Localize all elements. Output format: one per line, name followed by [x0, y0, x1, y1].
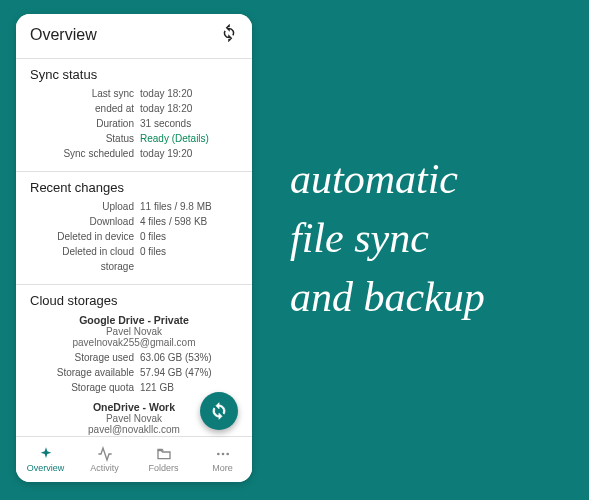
svg-point-0: [217, 453, 220, 456]
label: Sync scheduled: [30, 146, 140, 161]
value: 0 files: [140, 229, 238, 244]
value: 0 files: [140, 244, 238, 274]
marketing-line: file sync: [290, 209, 485, 268]
value: 63.06 GB (53%): [140, 350, 238, 365]
storage-name: Google Drive - Private: [30, 314, 238, 326]
label: Storage available: [30, 365, 140, 380]
row-deleted-device: Deleted in device 0 files: [30, 229, 238, 244]
storage-block[interactable]: Google Drive - Private Pavel Novak pavel…: [30, 314, 238, 395]
nav-label: More: [212, 463, 233, 473]
activity-icon: [97, 446, 113, 462]
row-ended-at: ended at today 18:20: [30, 101, 238, 116]
sparkle-icon: [38, 446, 54, 462]
nav-label: Folders: [148, 463, 178, 473]
row-duration: Duration 31 seconds: [30, 116, 238, 131]
storage-user: Pavel Novak: [30, 326, 238, 337]
value: today 18:20: [140, 101, 238, 116]
row-deleted-cloud: Deleted in cloud storage 0 files: [30, 244, 238, 274]
folders-icon: [156, 446, 172, 462]
svg-point-1: [221, 453, 224, 456]
row-download: Download 4 files / 598 KB: [30, 214, 238, 229]
sync-status-heading: Sync status: [30, 67, 238, 82]
nav-more[interactable]: More: [193, 437, 252, 482]
label: Duration: [30, 116, 140, 131]
row-status: Status Ready (Details): [30, 131, 238, 146]
nav-label: Activity: [90, 463, 119, 473]
row-storage-quota: Storage quota 121 GB: [30, 380, 238, 395]
label: Last sync: [30, 86, 140, 101]
status-ready: Ready: [140, 133, 169, 144]
page-title: Overview: [30, 26, 97, 44]
app-bar: Overview: [16, 14, 252, 54]
value: 11 files / 9.8 MB: [140, 199, 238, 214]
recent-changes-card: Recent changes Upload 11 files / 9.8 MB …: [16, 171, 252, 284]
label: Storage quota: [30, 380, 140, 395]
cloud-storages-heading: Cloud storages: [30, 293, 238, 308]
nav-label: Overview: [27, 463, 65, 473]
value: 57.94 GB (47%): [140, 365, 238, 380]
row-last-sync: Last sync today 18:20: [30, 86, 238, 101]
value: 31 seconds: [140, 116, 238, 131]
storage-email: pavelnovak255@gmail.com: [30, 337, 238, 348]
label: Upload: [30, 199, 140, 214]
nav-activity[interactable]: Activity: [75, 437, 134, 482]
label: Storage used: [30, 350, 140, 365]
sync-icon[interactable]: [220, 24, 238, 46]
marketing-line: automatic: [290, 150, 485, 209]
more-icon: [215, 446, 231, 462]
marketing-line: and backup: [290, 268, 485, 327]
marketing-text: automatic file sync and backup: [290, 150, 485, 326]
nav-folders[interactable]: Folders: [134, 437, 193, 482]
row-scheduled: Sync scheduled today 19:20: [30, 146, 238, 161]
value: today 18:20: [140, 86, 238, 101]
nav-overview[interactable]: Overview: [16, 437, 75, 482]
sync-status-card: Sync status Last sync today 18:20 ended …: [16, 58, 252, 171]
value: Ready (Details): [140, 131, 238, 146]
label: Status: [30, 131, 140, 146]
value: 4 files / 598 KB: [140, 214, 238, 229]
sync-icon: [210, 402, 228, 420]
sync-fab[interactable]: [200, 392, 238, 430]
label: Deleted in device: [30, 229, 140, 244]
row-storage-available: Storage available 57.94 GB (47%): [30, 365, 238, 380]
row-upload: Upload 11 files / 9.8 MB: [30, 199, 238, 214]
label: Download: [30, 214, 140, 229]
details-link[interactable]: (Details): [172, 133, 209, 144]
label: ended at: [30, 101, 140, 116]
recent-changes-heading: Recent changes: [30, 180, 238, 195]
label: Deleted in cloud storage: [30, 244, 140, 274]
svg-point-2: [226, 453, 229, 456]
bottom-nav: Overview Activity Folders More: [16, 436, 252, 482]
row-storage-used: Storage used 63.06 GB (53%): [30, 350, 238, 365]
phone-frame: Overview Sync status Last sync today 18:…: [16, 14, 252, 482]
value: today 19:20: [140, 146, 238, 161]
content-scroll[interactable]: Sync status Last sync today 18:20 ended …: [16, 54, 252, 436]
